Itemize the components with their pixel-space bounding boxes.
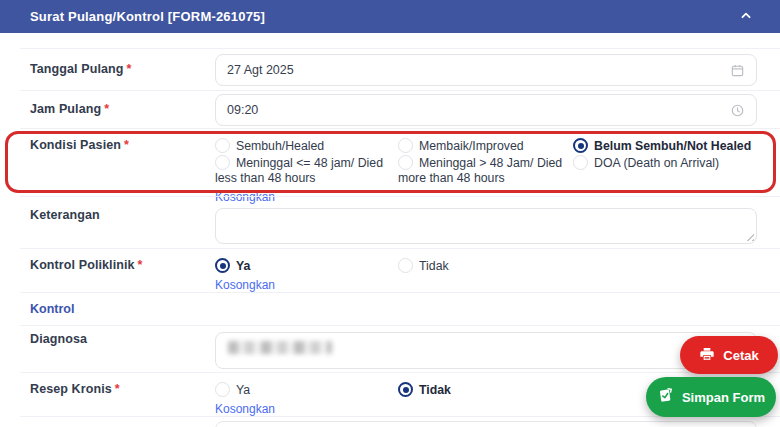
radio-option-resep-tidak[interactable]: Tidak: [398, 382, 573, 399]
row-diagnosa: Diagnosa: [20, 325, 780, 372]
section-kontrol: Kontrol: [20, 292, 780, 325]
radio-option-poliklinik-ya[interactable]: Ya: [215, 258, 398, 275]
tanggal-pulang-label: Tanggal Pulang*: [30, 54, 215, 76]
radio-icon[interactable]: [573, 155, 588, 170]
radio-option-sembuh[interactable]: Sembuh/Healed: [215, 138, 398, 155]
jam-pulang-label: Jam Pulang*: [30, 94, 215, 116]
simpan-form-button-label: Simpan Form: [682, 390, 765, 405]
radio-option-meninggal-gt-48[interactable]: Meninggal > 48 Jam/ Died more than 48 ho…: [398, 155, 573, 187]
jam-pulang-value: 09:20: [227, 103, 258, 117]
required-marker: *: [104, 102, 109, 116]
required-marker: *: [115, 382, 120, 396]
row-partial-clipped: [20, 416, 780, 427]
panel-header: Surat Pulang/Kontrol [FORM-261075]: [0, 0, 780, 33]
cetak-button-label: Cetak: [723, 348, 758, 363]
required-marker: *: [138, 258, 143, 272]
diagnosa-input[interactable]: [215, 332, 757, 369]
tanggal-pulang-input[interactable]: 27 Agt 2025: [215, 54, 757, 86]
kontrol-poliklinik-label: Kontrol Poliklinik*: [30, 258, 215, 272]
cetak-button[interactable]: Cetak: [680, 336, 778, 374]
resep-kronis-label: Resep Kronis*: [30, 382, 215, 396]
radio-option-belum-sembuh[interactable]: Belum Sembuh/Not Healed: [573, 138, 757, 155]
radio-selected-icon[interactable]: [573, 138, 588, 153]
radio-option-resep-ya[interactable]: Ya: [215, 382, 398, 399]
calendar-icon[interactable]: [730, 63, 745, 78]
required-marker: *: [124, 138, 129, 152]
radio-icon[interactable]: [215, 155, 230, 170]
radio-icon[interactable]: [215, 138, 230, 153]
row-kontrol-poliklinik: Kontrol Poliklinik* Ya Kosongkan Tidak: [20, 248, 780, 292]
required-marker: *: [127, 62, 132, 76]
row-tanggal-pulang: Tanggal Pulang* 27 Agt 2025: [20, 48, 780, 90]
clock-icon[interactable]: [730, 103, 745, 118]
discharge-form: Tanggal Pulang* 27 Agt 2025 Jam Pulang* …: [0, 48, 780, 427]
radio-icon[interactable]: [398, 155, 413, 170]
diagnosa-redacted-value: [228, 341, 332, 354]
kondisi-pasien-label: Kondisi Pasien*: [30, 138, 215, 152]
radio-option-poliklinik-tidak[interactable]: Tidak: [398, 258, 573, 275]
radio-selected-icon[interactable]: [215, 258, 230, 273]
keterangan-textarea[interactable]: [215, 208, 757, 244]
radio-option-membaik[interactable]: Membaik/Improved: [398, 138, 573, 155]
radio-icon[interactable]: [398, 138, 413, 153]
partial-row-input[interactable]: [215, 421, 757, 427]
section-kontrol-title: Kontrol: [30, 302, 74, 316]
keterangan-label: Keterangan: [30, 208, 215, 222]
printer-icon: [699, 346, 715, 365]
row-kondisi-pasien: Kondisi Pasien* Sembuh/Healed Meninggal …: [20, 128, 780, 196]
chevron-up-icon: [738, 8, 754, 25]
diagnosa-label: Diagnosa: [30, 332, 215, 346]
tanggal-pulang-value: 27 Agt 2025: [227, 63, 294, 77]
simpan-form-button[interactable]: Simpan Form: [646, 377, 776, 417]
radio-icon[interactable]: [398, 258, 413, 273]
radio-icon[interactable]: [215, 382, 230, 397]
kosongkan-link-resep[interactable]: Kosongkan: [215, 402, 275, 416]
jam-pulang-input[interactable]: 09:20: [215, 94, 757, 126]
radio-option-doa[interactable]: DOA (Death on Arrival): [573, 155, 757, 172]
radio-option-meninggal-lte-48[interactable]: Meninggal <= 48 jam/ Died less than 48 h…: [215, 155, 398, 187]
collapse-panel-button[interactable]: [738, 8, 754, 25]
panel-title: Surat Pulang/Kontrol [FORM-261075]: [30, 9, 265, 24]
kosongkan-link-poliklinik[interactable]: Kosongkan: [215, 278, 275, 292]
row-jam-pulang: Jam Pulang* 09:20: [20, 90, 780, 128]
radio-selected-icon[interactable]: [398, 382, 413, 397]
row-keterangan: Keterangan: [20, 196, 780, 248]
clipboard-check-icon: [657, 387, 674, 407]
